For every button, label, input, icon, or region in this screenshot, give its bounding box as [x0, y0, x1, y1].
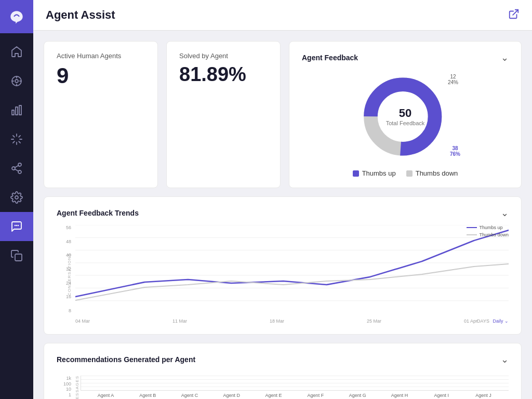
middle-row: Agent Feedback Trends ⌄ 5648403224168 CO…: [44, 196, 522, 335]
thumbs-up-annotation: 38 76%: [450, 145, 460, 157]
legend-up-dot: [353, 170, 359, 177]
sidebar-item-copy[interactable]: [0, 241, 33, 270]
recommendations-download-icon[interactable]: ⌄: [501, 354, 509, 365]
sidebar-item-chat[interactable]: [0, 212, 33, 241]
donut-total: 50: [386, 107, 425, 120]
legend-up-label: Thumbs up: [362, 169, 396, 177]
bar-y-axis: 1k1001010: [57, 376, 73, 399]
bar-y-title: MESSAGES: [75, 376, 79, 399]
trends-download-icon[interactable]: ⌄: [501, 207, 509, 219]
trends-header: Agent Feedback Trends ⌄: [57, 207, 509, 219]
sidebar-item-settings[interactable]: [0, 183, 33, 212]
svg-line-12: [19, 141, 20, 143]
legend-thumbs-down: Thumbs down: [406, 169, 458, 177]
x-axis-labels: 04 Mar11 Mar18 Mar25 Mar01 Apr: [75, 318, 477, 324]
svg-point-0: [15, 79, 18, 83]
bars-group: [81, 376, 509, 390]
donut-container: 50 Total Feedback 12 24% 38 76%: [302, 70, 509, 177]
header: Agent Assist: [33, 0, 532, 31]
agent-feedback-card: Agent Feedback ⌄: [289, 41, 522, 188]
svg-line-11: [13, 136, 15, 137]
legend-down-label: Thumbs down: [416, 169, 458, 177]
active-agents-value: 9: [57, 64, 145, 88]
main-content: Agent Assist Active Human Agents 9 Solve…: [33, 0, 532, 399]
solved-card: Solved by Agent 81.89%: [166, 41, 281, 188]
svg-rect-6: [12, 110, 14, 115]
agent-feedback-header: Agent Feedback ⌄: [302, 52, 509, 63]
svg-point-22: [15, 196, 18, 199]
recommendations-card: Recommendations Generated per Agent ⌄ 1k…: [44, 343, 522, 399]
trends-legend: Thumbs up Thumbs down: [467, 225, 509, 237]
bars-plot: [81, 376, 509, 391]
top-row: Active Human Agents 9 Solved by Agent 81…: [44, 41, 522, 188]
svg-line-15: [13, 141, 15, 143]
svg-line-20: [15, 169, 19, 171]
svg-rect-7: [16, 107, 18, 115]
svg-rect-8: [19, 105, 21, 115]
sidebar-item-spark[interactable]: [0, 125, 33, 154]
legend-down-dot: [406, 170, 413, 177]
dashboard: Active Human Agents 9 Solved by Agent 81…: [33, 31, 532, 399]
svg-line-27: [513, 10, 518, 15]
sidebar-item-analytics[interactable]: [0, 96, 33, 125]
donut-total-label: Total Feedback: [386, 120, 425, 126]
page-title: Agent Assist: [46, 8, 115, 22]
thumbs-down-annotation: 12 24%: [448, 74, 458, 85]
trends-card: Agent Feedback Trends ⌄ 5648403224168 CO…: [44, 196, 522, 335]
svg-line-16: [19, 136, 20, 137]
recommendations-header: Recommendations Generated per Agent ⌄: [57, 354, 509, 365]
sidebar-item-integrations[interactable]: [0, 66, 33, 96]
donut-center: 50 Total Feedback: [386, 107, 425, 126]
trends-title: Agent Feedback Trends: [57, 209, 139, 217]
bars-area: Agent A Agent B Agent C Agent D Agent E …: [81, 376, 509, 399]
sidebar-logo[interactable]: [0, 0, 33, 33]
trends-chart-area: 5648403224168 CONVERSATIONS: [57, 225, 509, 324]
sidebar-item-connections[interactable]: [0, 154, 33, 183]
bar-chart-container: 1k1001010 MESSAGES: [57, 376, 509, 399]
export-icon[interactable]: [508, 8, 520, 22]
donut-legend: Thumbs up Thumbs down: [353, 169, 458, 177]
agent-feedback-title: Agent Feedback: [302, 54, 358, 62]
recommendations-title: Recommendations Generated per Agent: [57, 355, 195, 364]
solved-label: Solved by Agent: [179, 52, 268, 60]
active-agents-label: Active Human Agents: [57, 52, 145, 60]
solved-value: 81.89%: [179, 64, 268, 86]
active-agents-card: Active Human Agents 9: [44, 41, 158, 188]
line-chart-svg: [75, 225, 509, 313]
feedback-download-icon[interactable]: ⌄: [501, 52, 509, 63]
svg-line-21: [15, 166, 19, 168]
sidebar-item-home[interactable]: [0, 37, 33, 66]
legend-thumbs-up: Thumbs up: [353, 169, 396, 177]
bar-x-labels: Agent A Agent B Agent C Agent D Agent E …: [81, 391, 509, 398]
sidebar: [0, 0, 33, 399]
days-selector[interactable]: DAYS Daily ⌄: [477, 318, 509, 324]
svg-rect-26: [15, 254, 22, 261]
y-axis-title: CONVERSATIONS: [67, 253, 72, 296]
